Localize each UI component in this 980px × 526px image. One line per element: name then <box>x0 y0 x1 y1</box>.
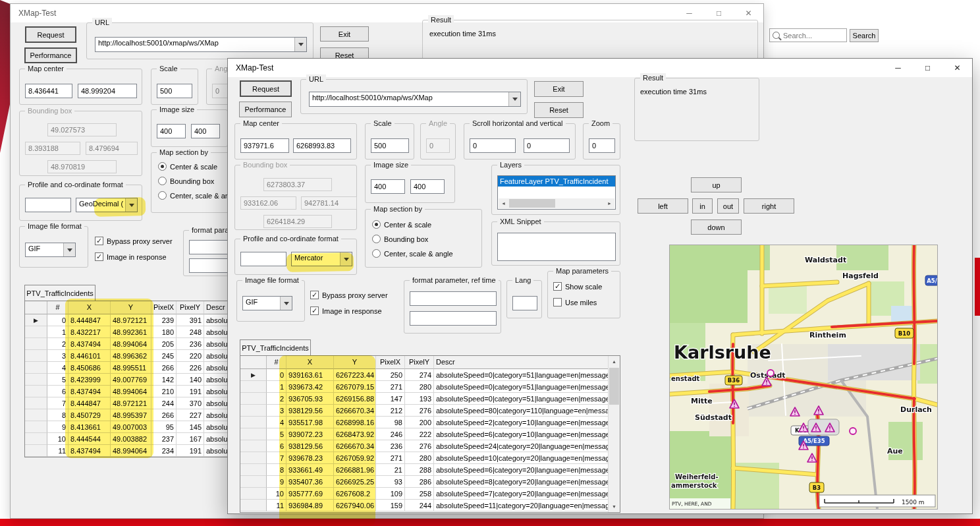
row-selector[interactable] <box>240 488 267 500</box>
chevron-down-icon[interactable] <box>294 38 306 51</box>
row-selector[interactable] <box>25 386 47 397</box>
grid-cell[interactable]: 239 <box>151 314 177 326</box>
grid-cell[interactable]: 288 <box>405 464 434 476</box>
radio-center-scale[interactable]: Center & scale <box>158 162 217 171</box>
grid-cell[interactable]: 266 <box>151 362 177 374</box>
ref-time-field[interactable] <box>410 311 497 326</box>
map-center-y-field[interactable] <box>78 84 137 98</box>
row-selector[interactable] <box>25 350 47 362</box>
grid-cell[interactable]: 227 <box>177 409 204 421</box>
row-selector[interactable] <box>240 500 267 511</box>
scroll-down-icon[interactable]: ▼ <box>609 501 620 512</box>
tab-traffic-incidents[interactable]: PTV_TrafficIncidents <box>240 339 311 356</box>
grid-cell[interactable]: 210 <box>151 386 177 397</box>
row-selector[interactable] <box>25 421 47 433</box>
image-width-field[interactable] <box>371 179 405 194</box>
column-header-pixely[interactable]: PixelY <box>177 301 204 314</box>
grid-cell[interactable]: 212 <box>376 405 405 417</box>
front-window-titlebar[interactable]: XMap-Test <box>228 59 972 77</box>
grid-cell[interactable]: 391 <box>177 314 204 326</box>
grid-cell[interactable]: 191 <box>177 386 204 397</box>
row-selector[interactable] <box>25 338 47 350</box>
grid-cell[interactable]: 140 <box>177 374 204 386</box>
radio-bounding-box[interactable]: Bounding box <box>158 177 214 185</box>
radio-center-scale-angle[interactable]: Center, scale & angle <box>372 249 453 258</box>
grid-cell[interactable]: 274 <box>405 369 434 381</box>
row-selector[interactable] <box>25 362 47 374</box>
row-selector[interactable] <box>25 397 47 409</box>
row-selector[interactable] <box>240 405 267 417</box>
row-selector[interactable] <box>25 374 47 386</box>
grid-cell[interactable]: 271 <box>376 452 405 464</box>
scroll-right-icon[interactable]: ► <box>605 198 614 208</box>
grid-cell[interactable]: 21 <box>376 464 405 476</box>
column-header-pixely[interactable]: PixelY <box>405 356 434 369</box>
scrollbar-thumb[interactable] <box>509 199 555 208</box>
grid-cell[interactable]: absoluteSpeed=0|category=51|language=en|… <box>434 381 609 393</box>
scroll-up-icon[interactable]: ▲ <box>609 356 620 367</box>
layers-list[interactable]: FeatureLayer PTV_TrafficIncident ◄ ► <box>497 175 616 210</box>
pan-down-button[interactable]: down <box>691 219 742 235</box>
row-selector[interactable] <box>240 476 267 488</box>
row-selector[interactable] <box>25 409 47 421</box>
grid-cell[interactable]: 191 <box>177 445 204 457</box>
image-file-format-combobox[interactable]: GIF <box>242 296 292 310</box>
request-button[interactable]: Request <box>25 26 76 43</box>
grid-cell[interactable]: absoluteSpeed=6|category=20|language=en|… <box>434 464 609 476</box>
grid-cell[interactable]: 280 <box>405 452 434 464</box>
performance-button[interactable]: Performance <box>24 47 77 63</box>
grid-cell[interactable]: 276 <box>405 440 434 452</box>
scroll-left-icon[interactable]: ◄ <box>499 198 508 208</box>
lang-field[interactable] <box>512 296 537 310</box>
use-miles-checkbox[interactable]: Use miles <box>553 298 597 307</box>
row-selector[interactable] <box>240 393 267 405</box>
profile-field[interactable] <box>25 198 71 212</box>
layers-horizontal-scrollbar[interactable]: ◄ ► <box>499 198 614 208</box>
zoom-out-button[interactable]: out <box>717 198 739 214</box>
grid-cell[interactable]: 234 <box>151 445 177 457</box>
row-selector[interactable] <box>240 428 267 440</box>
grid-cell[interactable]: absoluteSpeed=0|category=51|language=en|… <box>434 393 609 405</box>
grid-cell[interactable]: 244 <box>151 397 177 409</box>
grid-cell[interactable]: 167 <box>177 433 204 445</box>
grid-cell[interactable]: 276 <box>405 405 434 417</box>
grid-cell[interactable]: 93 <box>376 476 405 488</box>
grid-cell[interactable]: 258 <box>405 488 434 500</box>
radio-center-scale[interactable]: Center & scale <box>372 220 431 229</box>
minimize-icon[interactable]: ─ <box>883 59 913 77</box>
row-selector[interactable] <box>240 417 267 428</box>
grid-cell[interactable]: 236 <box>376 440 405 452</box>
grid-cell[interactable]: 205 <box>151 338 177 350</box>
xml-snippet-field[interactable] <box>497 233 616 261</box>
grid-cell[interactable]: 266 <box>151 409 177 421</box>
scroll-vertical-field[interactable] <box>524 138 570 153</box>
pan-left-button[interactable]: left <box>638 198 688 214</box>
layers-selected-item[interactable]: FeatureLayer PTV_TrafficIncident <box>498 176 615 187</box>
grid-cell[interactable]: 370 <box>177 397 204 409</box>
radio-bounding-box[interactable]: Bounding box <box>372 235 428 243</box>
grid-cell[interactable]: 248 <box>177 326 204 338</box>
url-combobox[interactable]: http://localhost:50010/xmap/ws/XMap <box>95 37 307 52</box>
zoom-field[interactable] <box>589 138 615 153</box>
grid-cell[interactable]: absoluteSpeed=0|category=51|language=en|… <box>434 369 609 381</box>
grid-cell[interactable]: absoluteSpeed=7|category=20|language=en|… <box>434 488 609 500</box>
image-height-field[interactable] <box>191 124 220 138</box>
grid-cell[interactable]: 280 <box>405 381 434 393</box>
map-center-y-field[interactable] <box>293 138 351 153</box>
url-combobox[interactable]: http://localhost:50010/xmap/ws/XMap <box>309 92 521 107</box>
image-width-field[interactable] <box>157 124 186 138</box>
grid-cell[interactable]: 246 <box>376 428 405 440</box>
column-header-descr[interactable]: Descr <box>434 356 609 369</box>
profile-field[interactable] <box>240 252 286 266</box>
zoom-in-button[interactable]: in <box>692 198 713 214</box>
grid-cell[interactable]: 271 <box>376 381 405 393</box>
row-selector[interactable] <box>240 464 267 476</box>
scale-field[interactable] <box>157 84 192 98</box>
exit-button[interactable]: Exit <box>320 26 369 42</box>
image-file-format-combobox[interactable]: GIF <box>25 243 76 257</box>
row-selector[interactable] <box>25 445 47 457</box>
maximize-icon[interactable]: □ <box>913 59 942 77</box>
scrollbar-thumb[interactable] <box>609 368 619 405</box>
grid-cell[interactable]: 244 <box>405 500 434 511</box>
bypass-proxy-checkbox[interactable]: Bypass proxy server <box>95 237 173 245</box>
